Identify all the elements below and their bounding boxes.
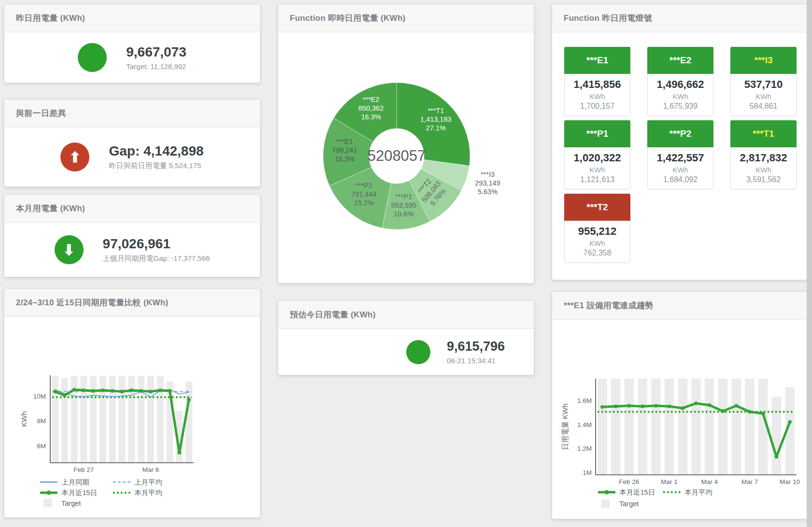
light-tiles: ***E11,415,856KWh1,700,157***E21,496,662… [564, 47, 797, 269]
legend-item[interactable]: 本月平均 [113, 489, 162, 497]
green-status-circle-icon: ⬇ [55, 235, 84, 264]
tile-value: 1,020,322 [565, 152, 630, 164]
svg-text:本月平均: 本月平均 [684, 488, 712, 496]
donut-slice-label: ***I3293,1495.63% [475, 171, 500, 196]
up-arrow-icon: ⬆ [69, 149, 81, 166]
light-tile-p1[interactable]: ***P11,020,322KWh1,121,613 [564, 120, 630, 189]
tile-name: ***P1 [564, 120, 630, 147]
tile-value: 955,212 [565, 225, 630, 238]
estimate-today-value: 9,615,796 [447, 339, 505, 354]
tile-target-value: 762,358 [565, 249, 630, 257]
tile-unit: KWh [648, 166, 713, 174]
card-e1-trend-chart: ***E1 設備用電達成趨勢 1M1.2M1.4M1.6MFeb 26Mar 1… [552, 291, 808, 519]
card-day-gap: 與前一日差異 ⬆ Gap: 4,142,898 昨日與前日用電量 5,524,1… [4, 99, 260, 187]
tile-unit: KWh [731, 92, 796, 100]
svg-text:6M: 6M [37, 442, 46, 450]
card-estimate-today: 預估今日用電量 (KWh) 9,615,796 06-21 15:34:41 [278, 300, 534, 375]
card-title: 預估今日用電量 (KWh) [278, 301, 534, 329]
card-title: 本月用電量 (KWh) [4, 195, 260, 223]
light-tile-e1[interactable]: ***E11,415,856KWh1,700,157 [564, 47, 630, 116]
tile-name: ***E2 [647, 47, 713, 74]
svg-text:Target: Target [619, 500, 639, 508]
scrollbar[interactable] [807, 0, 812, 527]
tile-name: ***T2 [564, 194, 630, 221]
light-tile-e2[interactable]: ***E21,496,662KWh1,675,939 [647, 47, 713, 116]
legend-item[interactable]: 本月平均 [663, 488, 712, 496]
light-tile-t2[interactable]: ***T2955,212KWh762,358 [564, 194, 630, 263]
tile-unit: KWh [731, 166, 796, 174]
svg-text:Mar 7: Mar 7 [741, 478, 758, 485]
card-realtime-donut: Function 即時日用電量 (KWh) ***T11,413,18327.1… [278, 4, 534, 284]
tile-name: ***E1 [564, 47, 630, 74]
svg-text:Mar 10: Mar 10 [780, 478, 800, 485]
tile-target-value: 1,675,939 [648, 102, 713, 111]
card-title: ***E1 設備用電達成趨勢 [552, 292, 807, 320]
tile-value: 2,817,832 [731, 152, 796, 164]
card-title: 昨日用電量 (KWh) [4, 4, 260, 32]
card-title: 與前一日差異 [4, 100, 260, 128]
tile-name: ***P2 [647, 120, 713, 147]
svg-text:8M: 8M [37, 417, 46, 425]
svg-text:1.6M: 1.6M [577, 397, 592, 404]
svg-text:Mar 4: Mar 4 [701, 478, 718, 485]
svg-text:Feb 26: Feb 26 [619, 478, 639, 485]
legend-item[interactable]: 上月同期 [40, 478, 89, 486]
e1-trend-chart[interactable]: 1M1.2M1.4M1.6MFeb 26Mar 1Mar 4Mar 7Mar 1… [552, 320, 807, 519]
down-arrow-icon: ⬇ [63, 242, 75, 258]
svg-text:Feb 27: Feb 27 [73, 466, 94, 473]
light-tile-i3[interactable]: ***I3537,710KWh584,861 [730, 47, 797, 116]
card-light-signals: Function 昨日用電燈號 ***E11,415,856KWh1,700,1… [552, 4, 808, 280]
tile-target-value: 3,591,562 [731, 175, 796, 184]
svg-text:10M: 10M [33, 393, 46, 400]
legend-item[interactable]: 本月近15日 [40, 489, 97, 497]
dashboard-page: 昨日用電量 (KWh) 9,667,073 Target: 11,128,992… [0, 0, 812, 527]
tile-unit: KWh [648, 92, 713, 100]
svg-text:本月近15日: 本月近15日 [619, 488, 655, 496]
tile-unit: KWh [565, 92, 630, 100]
day-gap-value: Gap: 4,142,898 [109, 143, 203, 159]
svg-text:Mar 1: Mar 1 [661, 478, 678, 485]
tile-name: ***I3 [730, 47, 797, 74]
svg-text:KWh: KWh [20, 411, 28, 427]
card-title: Function 即時日用電量 (KWh) [278, 4, 534, 32]
svg-text:本月近15日: 本月近15日 [61, 489, 97, 497]
tile-name: ***T1 [730, 120, 797, 147]
tile-target-value: 584,861 [731, 102, 796, 111]
svg-text:Mar 6: Mar 6 [142, 466, 159, 473]
legend-item[interactable]: Target [602, 500, 639, 508]
tile-target-value: 1,700,157 [565, 102, 630, 111]
svg-text:1M: 1M [583, 469, 592, 476]
card-month-usage: 本月用電量 (KWh) ⬇ 97,026,961 上個月同期用電Gap: -17… [4, 194, 260, 277]
legend-item[interactable]: 上月平均 [113, 478, 162, 486]
svg-text:1.4M: 1.4M [577, 421, 592, 428]
red-status-circle-icon: ⬆ [60, 142, 89, 171]
svg-text:上月平均: 上月平均 [134, 478, 162, 486]
card-title: 2/24~3/10 近15日同期用電量比較 (KWh) [4, 289, 260, 317]
realtime-usage-donut-chart[interactable]: ***T11,413,18327.1%***I3293,1495.63%***T… [278, 32, 534, 283]
tile-target-value: 1,121,613 [565, 175, 630, 184]
estimate-timestamp: 06-21 15:34:41 [447, 356, 505, 365]
tile-value: 1,496,662 [648, 78, 713, 91]
light-tile-p2[interactable]: ***P21,422,557KWh1,684,092 [647, 120, 713, 189]
donut-center-total: 5208057 [368, 147, 426, 164]
month-usage-value: 97,026,961 [103, 236, 210, 252]
tile-value: 1,415,856 [565, 78, 630, 91]
svg-text:日用電量 KWh: 日用電量 KWh [561, 403, 569, 450]
legend-item[interactable]: 本月近15日 [598, 488, 655, 496]
legend-item[interactable]: Target [44, 499, 81, 507]
card-compare-chart: 2/24~3/10 近15日同期用電量比較 (KWh) 6M8M10MFeb 2… [4, 288, 260, 518]
svg-text:本月平均: 本月平均 [134, 489, 162, 497]
compare-15day-chart[interactable]: 6M8M10MFeb 27Mar 6KWh上月同期上月平均本月近15日本月平均T… [4, 317, 260, 517]
day-gap-subtext: 昨日與前日用電量 5,524,175 [109, 161, 203, 171]
light-tile-t1[interactable]: ***T12,817,832KWh3,591,562 [730, 120, 797, 189]
tile-target-value: 1,684,092 [648, 175, 713, 184]
green-status-circle-icon [78, 43, 107, 72]
yesterday-usage-value: 9,667,073 [126, 44, 186, 60]
month-usage-gap: 上個月同期用電Gap: -17,377,566 [103, 254, 210, 263]
tile-value: 537,710 [731, 78, 796, 91]
card-title: Function 昨日用電燈號 [552, 4, 807, 32]
green-status-circle-icon [406, 340, 430, 364]
yesterday-usage-target: Target: 11,128,992 [126, 62, 186, 71]
svg-text:1.2M: 1.2M [577, 445, 592, 452]
card-yesterday-usage: 昨日用電量 (KWh) 9,667,073 Target: 11,128,992 [4, 4, 260, 83]
